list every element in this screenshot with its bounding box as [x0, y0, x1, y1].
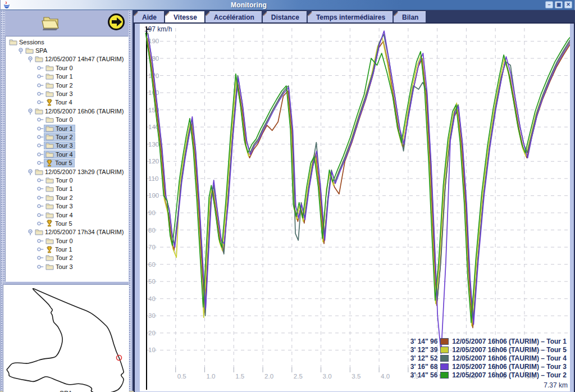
expand-handle-icon[interactable]	[27, 168, 34, 175]
series-color-swatch	[440, 347, 449, 353]
tree-item-tour-1[interactable]: Tour 1	[6, 72, 128, 81]
expand-handle-icon[interactable]	[17, 47, 24, 54]
leaf-handle-icon[interactable]	[36, 151, 44, 158]
tree-item-sessions[interactable]: Sessions	[6, 38, 128, 46]
tree-item-tour-2[interactable]: Tour 2	[6, 254, 128, 262]
minimize-button[interactable]: –	[545, 1, 553, 8]
current-speed-label: 197 km/h	[144, 25, 172, 33]
folder-icon	[45, 263, 54, 270]
tree-item-label: Tour 4	[54, 151, 75, 158]
leaf-handle-icon[interactable]	[36, 99, 44, 106]
tree-item-label: 12/05/2007 13h29 (TAURIM)	[43, 168, 125, 175]
svg-text:110: 110	[148, 175, 158, 182]
tab-bilan[interactable]: Bilan	[394, 11, 426, 22]
tree-item-tour-4[interactable]: Tour 4	[6, 211, 128, 219]
tree-item-label: Tour 0	[54, 116, 75, 123]
leaf-handle-icon[interactable]	[36, 194, 44, 201]
tree-item-12-05-2007-16h06-taurim-[interactable]: 12/05/2007 16h06 (TAURIM)	[6, 107, 128, 115]
tree-item-tour-3[interactable]: Tour 3	[6, 142, 128, 150]
tree-item-label: Tour 0	[54, 177, 75, 184]
svg-text:3.5: 3.5	[352, 373, 360, 380]
open-session-button[interactable]	[40, 12, 62, 33]
close-button[interactable]: ✕	[564, 1, 572, 8]
tree-item-tour-2[interactable]: Tour 2	[6, 133, 128, 141]
tab-acc-l-ration[interactable]: Accélération	[206, 11, 262, 22]
leaf-handle-icon[interactable]	[36, 212, 44, 218]
leaf-handle-icon[interactable]	[36, 73, 44, 80]
leaf-handle-icon[interactable]	[36, 177, 44, 184]
series-color-swatch	[440, 338, 449, 345]
leaf-handle-icon[interactable]	[36, 185, 44, 192]
tree-item-tour-0[interactable]: Tour 0	[6, 116, 128, 124]
folder-icon	[45, 254, 54, 261]
svg-text:4.0: 4.0	[381, 373, 390, 380]
leaf-handle-icon[interactable]	[36, 159, 44, 166]
leaf-handle-icon[interactable]	[36, 82, 44, 89]
leaf-handle-icon[interactable]	[36, 142, 44, 149]
leaf-handle-icon[interactable]	[36, 203, 44, 209]
tree-item-spa[interactable]: SPA	[6, 46, 128, 54]
folder-icon	[45, 203, 54, 209]
tree-item-tour-1[interactable]: Tour 1	[6, 124, 128, 133]
java-logo-icon	[3, 1, 11, 9]
leaf-handle-icon[interactable]	[36, 254, 44, 261]
svg-text:10: 10	[148, 347, 156, 353]
tree-item-tour-5[interactable]: Tour 5	[6, 219, 128, 227]
expand-handle-icon[interactable]	[27, 229, 34, 235]
total-distance-label: 7.37 km	[544, 381, 568, 389]
tree-item-tour-1[interactable]: Tour 1	[6, 245, 128, 253]
tree-item-tour-2[interactable]: Tour 2	[6, 193, 128, 202]
tree-item-12-05-2007-13h29-taurim-[interactable]: 12/05/2007 13h29 (TAURIM)	[6, 167, 128, 176]
leaf-handle-icon[interactable]	[36, 116, 44, 123]
tree-item-label: Tour 4	[53, 99, 74, 106]
tree-item-tour-4[interactable]: Tour 4	[6, 98, 128, 107]
tab-vitesse[interactable]: Vitesse	[165, 11, 204, 22]
trophy-icon	[45, 220, 53, 227]
tab-temps-interm-diaires[interactable]: Temps intermédiaires	[308, 11, 393, 22]
tree-item-tour-5[interactable]: Tour 5	[6, 158, 128, 167]
tree-item-tour-1[interactable]: Tour 1	[6, 185, 128, 193]
title-bar: Monitoring – ▣ ✕	[1, 0, 574, 10]
series-label: 12/05/2007 16h06 (TAURIM) – Tour 3	[452, 363, 567, 371]
tree-item-12-05-2007-14h47-taurim-[interactable]: 12/05/2007 14h47 (TAURIM)	[6, 55, 128, 63]
folder-icon	[45, 151, 54, 158]
leaf-handle-icon[interactable]	[36, 238, 44, 244]
maximize-button[interactable]: ▣	[555, 1, 563, 8]
legend-row: 3' 14" 9612/05/2007 16h06 (TAURIM) – Tou…	[403, 337, 567, 345]
tree-item-tour-4[interactable]: Tour 4	[6, 150, 128, 158]
tree-item-label: Tour 3	[54, 90, 75, 97]
svg-text:70: 70	[148, 244, 156, 250]
tree-item-label: Tour 1	[54, 125, 75, 132]
tree-item-tour-0[interactable]: Tour 0	[6, 176, 128, 184]
leaf-handle-icon[interactable]	[36, 220, 44, 227]
tree-item-tour-0[interactable]: Tour 0	[6, 236, 128, 245]
tree-item-tour-3[interactable]: Tour 3	[6, 202, 128, 210]
tab-distance[interactable]: Distance	[263, 11, 307, 22]
legend-row: 3' 12" 5212/05/2007 16h06 (TAURIM) – Tou…	[403, 354, 567, 362]
leaf-handle-icon[interactable]	[36, 90, 44, 97]
lap-time: 3' 14" 56	[403, 371, 437, 379]
folder-icon	[35, 108, 43, 115]
tree-item-12-05-2007-17h34-taurim-[interactable]: 12/05/2007 17h34 (TAURIM)	[6, 228, 128, 236]
folder-icon	[45, 238, 54, 244]
open-folder-icon	[40, 12, 62, 32]
expand-handle-icon[interactable]	[27, 56, 34, 62]
svg-text:100: 100	[148, 192, 159, 199]
folder-icon	[25, 47, 34, 54]
tree-item-tour-3[interactable]: Tour 3	[6, 262, 128, 271]
tree-item-tour-2[interactable]: Tour 2	[6, 81, 128, 89]
leaf-handle-icon[interactable]	[36, 134, 44, 140]
leaf-handle-icon[interactable]	[36, 65, 44, 71]
leaf-handle-icon[interactable]	[36, 246, 44, 253]
expand-handle-icon[interactable]	[27, 108, 34, 115]
series-line	[147, 38, 570, 327]
session-toolbar	[5, 10, 129, 35]
next-lap-button[interactable]	[105, 12, 127, 33]
series-line	[146, 36, 570, 326]
svg-text:30: 30	[148, 312, 156, 319]
leaf-handle-icon[interactable]	[36, 263, 44, 270]
tree-item-tour-3[interactable]: Tour 3	[6, 89, 128, 98]
tree-item-tour-0[interactable]: Tour 0	[6, 63, 128, 72]
tab-aide[interactable]: Aide	[134, 11, 164, 22]
leaf-handle-icon[interactable]	[36, 125, 44, 132]
